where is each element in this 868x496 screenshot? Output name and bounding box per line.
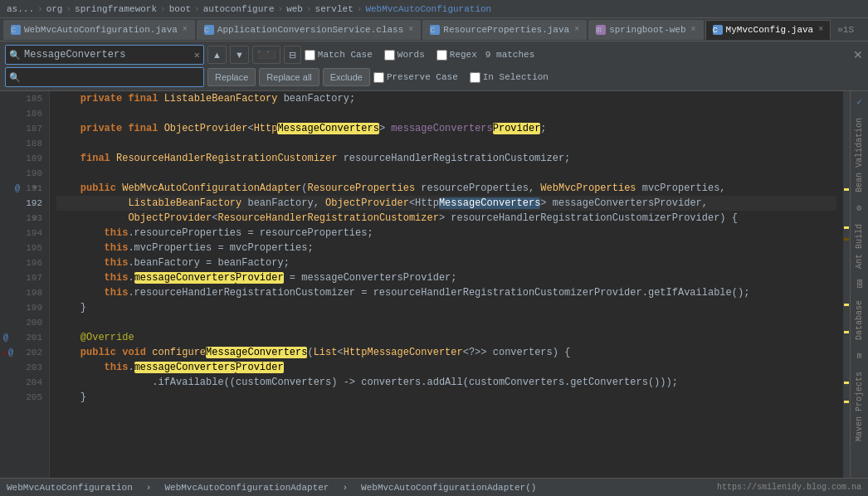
tab-close[interactable]: × [408, 25, 413, 34]
class-file-icon: c [204, 25, 214, 35]
tab-label: ApplicationConversionService.class [217, 25, 403, 35]
java-file-icon: c [430, 25, 440, 35]
scroll-marker [844, 226, 849, 229]
tab-resourceproperties[interactable]: c ResourceProperties.java × [422, 20, 587, 40]
match-case-label: Match Case [318, 50, 373, 60]
watermark: https://smilenidy.blog.com.na [717, 483, 861, 492]
code-line-203: this.messageConvertersProvider [56, 360, 836, 375]
code-line-185: private final ListableBeanFactory beanFa… [56, 91, 836, 106]
code-line-190 [56, 166, 836, 181]
replace-icon: 🔍 [9, 72, 21, 83]
find-replace-bar: 🔍 ✕ ▲ ▼ ⬛⬛ ⊟ Match Case Words Regex 9 ma… [0, 41, 868, 91]
code-line-204: .ifAvailable((customConverters) -> conve… [56, 375, 836, 390]
gutter-row-199: 199 [0, 300, 49, 315]
matches-count: 9 matches [485, 50, 534, 60]
next-match-button[interactable]: ▼ [230, 46, 249, 64]
breadcrumb-item[interactable]: servlet [315, 4, 354, 14]
gutter-row-197: 197 [0, 270, 49, 285]
find-row: 🔍 ✕ ▲ ▼ ⬛⬛ ⊟ Match Case Words Regex 9 ma… [5, 45, 863, 65]
sidebar-maven-label: Maven Projects [855, 372, 864, 441]
tab-springboot-web[interactable]: m springboot-web × [588, 20, 703, 40]
regex-checkbox[interactable]: Regex [436, 50, 477, 61]
tab-close[interactable]: × [818, 25, 823, 34]
right-sidebar: ✓ Bean Validation ⚙ Ant Build 🗄 Database… [850, 91, 868, 478]
search-input-wrapper: 🔍 ✕ [5, 45, 204, 65]
gutter-row-201: @ 201 [0, 330, 49, 345]
scroll-marker-current [844, 238, 849, 241]
sidebar-ant-icon[interactable]: ⚙ [852, 201, 867, 216]
replace-input[interactable] [24, 71, 200, 83]
code-line-186 [56, 106, 836, 121]
preserve-case-checkbox[interactable]: Preserve Case [373, 72, 458, 83]
tab-close[interactable]: × [183, 25, 188, 34]
regex-label: Regex [450, 50, 477, 60]
code-line-193: ObjectProvider<ResourceHandlerRegistrati… [56, 211, 836, 226]
sidebar-maven-icon[interactable]: m [852, 348, 867, 363]
tab-label: WebMvcAutoConfiguration.java [24, 25, 178, 35]
gutter-row-190: 190 [0, 166, 49, 181]
close-find-button[interactable]: ✕ [853, 48, 863, 61]
in-selection-checkbox[interactable]: In Selection [470, 72, 549, 83]
words-checkbox[interactable]: Words [384, 50, 425, 61]
tab-close[interactable]: × [691, 25, 696, 34]
scroll-markers [843, 91, 850, 478]
gutter-row-198: 198 [0, 285, 49, 300]
tab-mymvcconfig[interactable]: c MyMvcConfig.java × [705, 20, 831, 40]
tab-label: ResourceProperties.java [443, 25, 569, 35]
replace-button[interactable]: Replace [207, 68, 256, 86]
status-bar: WebMvcAutoConfiguration › WebMvcAutoConf… [0, 478, 868, 496]
status-breadcrumb-1[interactable]: WebMvcAutoConfiguration [7, 483, 133, 493]
find-options-button[interactable]: ⬛⬛ [252, 46, 280, 64]
sidebar-bean-validation-label: Bean Validation [855, 118, 864, 192]
code-line-197: this.messageConvertersProvider = message… [56, 270, 836, 285]
scroll-marker [844, 304, 849, 306]
match-case-checkbox[interactable]: Match Case [305, 50, 373, 61]
replace-all-button[interactable]: Replace all [259, 68, 319, 86]
gutter-row-186: 186 [0, 106, 49, 121]
code-line-200 [56, 315, 836, 330]
code-line-194: this.resourceProperties = resourceProper… [56, 226, 836, 241]
scroll-marker [844, 401, 849, 403]
gutter-row-196: 196 [0, 255, 49, 270]
code-line-205: } [56, 390, 836, 405]
sidebar-database-label: Database [855, 300, 864, 340]
tab-label: springboot-web [609, 25, 685, 35]
code-line-201: @Override [56, 330, 836, 345]
filter-button[interactable]: ⊟ [284, 46, 301, 64]
breadcrumb-item[interactable]: springframework [75, 4, 157, 14]
breadcrumb-item[interactable]: WebMvcAutoConfiguration [365, 4, 491, 14]
code-area[interactable]: private final ListableBeanFactory beanFa… [50, 91, 843, 478]
editor-container: 185 186 187 188 189 190 ▼ @ 191 192 ▽ 19… [0, 91, 868, 478]
search-input[interactable] [24, 49, 191, 61]
gutter-row-187: 187 [0, 121, 49, 136]
code-line-195: this.mvcProperties = mvcProperties; [56, 241, 836, 255]
status-breadcrumb-3[interactable]: WebMvcAutoConfigurationAdapter() [361, 483, 536, 493]
replace-input-wrapper: 🔍 [5, 67, 204, 87]
exclude-button[interactable]: Exclude [323, 68, 370, 86]
gutter-row-205: 205 [0, 390, 49, 405]
breadcrumb-item[interactable]: as... [7, 4, 34, 14]
tabs-bar: c WebMvcAutoConfiguration.java × c Appli… [0, 18, 868, 41]
tab-applicationconversionservice[interactable]: c ApplicationConversionService.class × [197, 20, 421, 40]
code-line-202: public void configureMessageConverters(L… [56, 345, 836, 360]
sidebar-validation-icon[interactable]: ✓ [852, 95, 867, 109]
gutter-row-191: ▼ @ 191 [0, 181, 49, 196]
sidebar-database-icon[interactable]: 🗄 [852, 277, 867, 292]
breadcrumb-item[interactable]: autoconfigure [203, 4, 275, 14]
scroll-marker [844, 331, 849, 333]
tab-webmvcautoconfiguration[interactable]: c WebMvcAutoConfiguration.java × [3, 20, 195, 40]
tab-close[interactable]: × [574, 25, 579, 34]
clear-search-icon[interactable]: ✕ [194, 49, 200, 61]
breadcrumb-item[interactable]: boot [169, 4, 191, 14]
gutter-row-189: 189 [0, 151, 49, 166]
gutter-row-195: 195 [0, 241, 49, 255]
tab-overflow[interactable]: »1S [832, 25, 859, 35]
code-line-187: private final ObjectProvider<HttpMessage… [56, 121, 836, 136]
breadcrumb-item[interactable]: web [286, 4, 303, 14]
search-icon: 🔍 [9, 50, 21, 61]
breadcrumb-item[interactable]: org [46, 4, 63, 14]
preserve-case-label: Preserve Case [387, 72, 458, 82]
status-breadcrumb-2[interactable]: WebMvcAutoConfigurationAdapter [164, 483, 329, 493]
prev-match-button[interactable]: ▲ [207, 46, 227, 64]
gutter-row-185: 185 [0, 91, 49, 106]
